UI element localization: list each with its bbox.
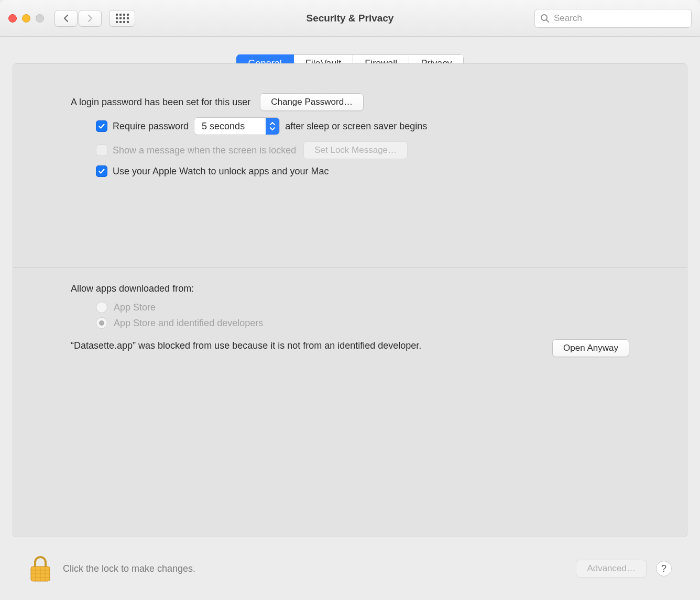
apple-watch-unlock-label: Use your Apple Watch to unlock apps and …: [113, 166, 329, 177]
general-panel: A login password has been set for this u…: [13, 63, 687, 537]
forward-button[interactable]: [79, 10, 102, 27]
content-area: General FileVault Firewall Privacy A log…: [0, 37, 700, 600]
stepper-arrows-icon: [266, 118, 279, 135]
search-icon: [540, 14, 550, 23]
open-anyway-button[interactable]: Open Anyway: [552, 339, 629, 357]
password-delay-value: 5 seconds: [202, 121, 266, 132]
grid-icon: [116, 14, 129, 23]
svg-line-1: [546, 20, 549, 22]
prefs-window: Security & Privacy General FileVault Fir…: [0, 0, 700, 600]
help-button[interactable]: ?: [656, 561, 672, 576]
nav-buttons: [54, 10, 102, 27]
search-field[interactable]: [534, 9, 692, 28]
require-password-checkbox[interactable]: [96, 120, 107, 132]
footer: Click the lock to make changes. Advanced…: [13, 537, 687, 600]
lock-icon[interactable]: [28, 554, 52, 583]
lock-hint-label: Click the lock to make changes.: [63, 563, 195, 574]
close-window-button[interactable]: [8, 14, 17, 23]
check-icon: [98, 168, 105, 175]
advanced-button[interactable]: Advanced…: [576, 560, 647, 577]
allow-appstore-radio: [96, 302, 107, 313]
show-lock-message-label: Show a message when the screen is locked: [113, 145, 296, 156]
blocked-app-message: “Datasette.app” was blocked from use bec…: [71, 339, 531, 352]
chevron-left-icon: [63, 14, 69, 23]
show-lock-message-checkbox: [96, 145, 107, 156]
check-icon: [98, 123, 105, 130]
minimize-window-button[interactable]: [22, 14, 30, 23]
show-all-button[interactable]: [109, 10, 135, 27]
allow-identified-label: App Store and identified developers: [114, 318, 263, 329]
login-password-label: A login password has been set for this u…: [71, 97, 250, 108]
toolbar: Security & Privacy: [0, 0, 700, 37]
apple-watch-unlock-checkbox[interactable]: [96, 165, 107, 177]
change-password-button[interactable]: Change Password…: [260, 93, 364, 111]
chevron-right-icon: [87, 14, 93, 23]
password-delay-select[interactable]: 5 seconds: [194, 117, 280, 135]
set-lock-message-button: Set Lock Message…: [303, 141, 408, 159]
zoom-window-button: [36, 14, 44, 23]
allow-identified-radio: [96, 317, 107, 329]
require-password-suffix: after sleep or screen saver begins: [285, 121, 427, 132]
require-password-label: Require password: [113, 121, 189, 132]
svg-point-0: [541, 15, 547, 20]
section-divider: [13, 267, 687, 268]
allow-apps-heading: Allow apps downloaded from:: [71, 283, 629, 294]
traffic-lights: [8, 14, 44, 23]
allow-appstore-label: App Store: [114, 302, 156, 313]
search-input[interactable]: [554, 13, 686, 24]
back-button[interactable]: [54, 10, 78, 27]
